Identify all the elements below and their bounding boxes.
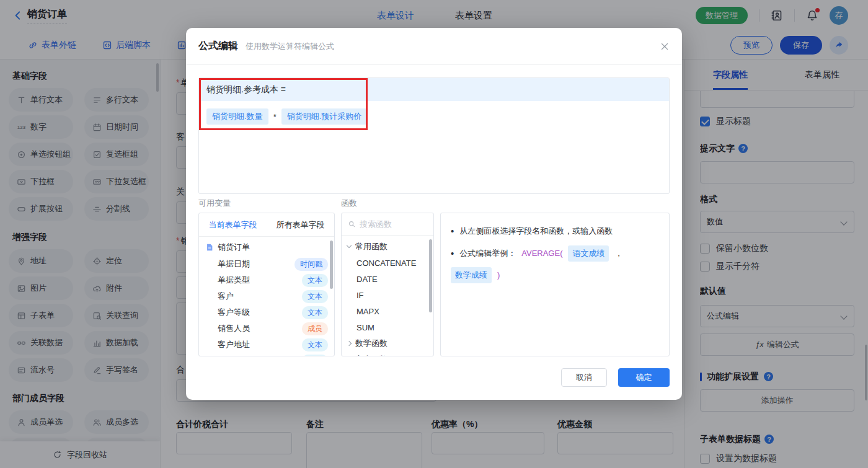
document-icon (205, 243, 214, 252)
variable-row[interactable]: 客户等级 文本 (199, 304, 334, 320)
function-row[interactable]: MAPX (342, 303, 433, 319)
type-badge: 文本 (302, 338, 328, 351)
function-row[interactable]: 常用函数 (342, 239, 433, 255)
example-chip: 语文成绩 (568, 245, 609, 262)
chevron-icon (347, 341, 352, 346)
search-input[interactable] (360, 219, 427, 229)
type-badge: 文本 (302, 274, 328, 287)
chevron-icon (347, 243, 352, 248)
confirm-button[interactable]: 确定 (618, 368, 670, 387)
formula-editor[interactable]: 销货明细.参考成本 = 销货明细.数量*销货明细.预计采购价 (198, 77, 670, 194)
variables-root[interactable]: 销货订单 (199, 239, 334, 256)
formula-expression: 销货明细.数量*销货明细.预计采购价 (199, 101, 669, 132)
modal-header: 公式编辑 使用数学运算符编辑公式 (186, 28, 682, 65)
formula-editor-modal: 公式编辑 使用数学运算符编辑公式 销货明细.参考成本 = 销货明细.数量*销货明… (186, 28, 682, 400)
variable-row[interactable]: 客户地址 文本 (199, 337, 334, 353)
modal-title: 公式编辑 (198, 40, 238, 53)
type-badge: 文本 (302, 306, 328, 319)
functions-scrollbar[interactable] (429, 239, 432, 312)
functions-panel: 常用函数 CONCATENATE DATE IF (341, 213, 434, 356)
modal-subtitle: 使用数学运算符编辑公式 (246, 41, 334, 52)
variable-row[interactable]: 单据日期 时间戳 (199, 256, 334, 272)
cancel-button[interactable]: 取消 (561, 368, 607, 387)
variable-row[interactable]: 单据类型 文本 (199, 272, 334, 288)
formula-target: 销货明细.参考成本 = (199, 78, 669, 101)
functions-label: 函数 (341, 198, 357, 209)
type-badge: 成员 (302, 322, 328, 335)
variables-tab[interactable]: 所有表单字段 (267, 213, 334, 236)
tip-line: • 从左侧面板选择字段名和函数，或输入函数 (451, 224, 659, 238)
variables-tab[interactable]: 当前表单字段 (199, 213, 267, 236)
function-row[interactable]: IF (342, 287, 433, 303)
variables-scrollbar[interactable] (330, 241, 333, 289)
function-row[interactable]: 文本函数 (342, 351, 433, 356)
type-badge: 时间戳 (294, 258, 328, 271)
variables-list: 单据日期 时间戳 单据类型 文本 客户 文本 客户等级 (199, 256, 334, 356)
variable-row[interactable]: 销售人员 成员 (199, 320, 334, 337)
functions-list: 常用函数 CONCATENATE DATE IF (342, 236, 433, 356)
function-row[interactable]: CONCATENATE (342, 255, 433, 271)
example-chip: 数学成绩 (451, 267, 492, 283)
formula-token[interactable]: 销货明细.数量 (206, 108, 268, 125)
tip-line: • 公式编辑举例：AVERAGE(语文成绩，数学成绩) (451, 245, 659, 283)
search-icon (348, 220, 356, 228)
variables-panel: 当前表单字段所有表单字段 销货订单 单据日期 时间戳 单据类型 文本 (198, 213, 335, 356)
bullet: • (451, 224, 454, 238)
form-designer-app: 销货订单 表单设计表单设置 数据管理 存 表单外链 后端脚本 (0, 0, 868, 468)
type-badge: 文本 (302, 290, 328, 303)
bullet: • (451, 247, 454, 260)
modal-footer: 取消 确定 (186, 356, 682, 400)
formula-token[interactable]: 销货明细.预计采购价 (281, 108, 368, 125)
function-row[interactable]: DATE (342, 271, 433, 287)
function-search[interactable] (342, 213, 433, 236)
close-icon[interactable] (660, 42, 670, 51)
variable-row[interactable]: 客户 文本 (199, 288, 334, 304)
variables-label: 可用变量 (198, 198, 231, 209)
formula-token[interactable]: * (273, 112, 277, 121)
variables-tabs: 当前表单字段所有表单字段 (199, 213, 334, 237)
tips-panel: • 从左侧面板选择字段名和函数，或输入函数 • 公式编辑举例：AVERAGE(语… (440, 213, 670, 356)
function-row[interactable]: 数学函数 (342, 335, 433, 351)
function-row[interactable]: SUM (342, 319, 433, 335)
